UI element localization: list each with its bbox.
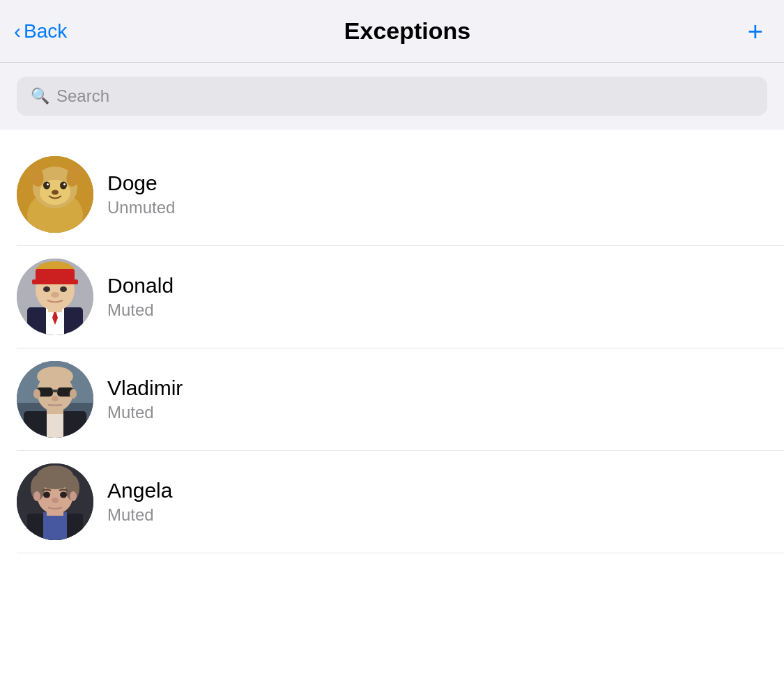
avatar (17, 156, 93, 233)
svg-point-53 (52, 498, 59, 503)
avatar-image (17, 361, 93, 438)
item-info: Angela Muted (107, 479, 172, 525)
svg-point-10 (52, 190, 59, 195)
search-icon: 🔍 (31, 87, 49, 105)
svg-point-51 (43, 492, 50, 498)
item-info: Vladimir Muted (107, 376, 183, 422)
svg-point-21 (51, 292, 59, 298)
page-title: Exceptions (344, 17, 470, 45)
svg-point-37 (33, 389, 40, 399)
search-placeholder: Search (56, 86, 109, 106)
svg-point-52 (60, 492, 67, 498)
svg-rect-23 (32, 279, 78, 284)
svg-point-39 (52, 396, 59, 401)
item-name: Doge (107, 171, 175, 195)
svg-point-20 (60, 286, 67, 292)
avatar-image (17, 259, 93, 335)
list-item[interactable]: Vladimir Muted (17, 348, 784, 451)
avatar (17, 259, 93, 335)
item-name: Donald (107, 274, 174, 298)
back-chevron-icon: ‹ (14, 21, 21, 42)
back-button[interactable]: ‹ Back (14, 20, 67, 43)
item-status: Muted (107, 505, 172, 525)
list-item[interactable]: Angela Muted (17, 451, 784, 553)
item-info: Donald Muted (107, 274, 174, 320)
list-item[interactable]: Doge Unmuted (17, 144, 784, 246)
svg-point-19 (43, 286, 50, 292)
svg-point-7 (47, 183, 49, 185)
svg-point-9 (63, 183, 66, 185)
svg-rect-24 (40, 272, 70, 279)
contacts-list: Doge Unmuted (0, 144, 784, 553)
svg-rect-43 (43, 512, 67, 540)
svg-point-49 (33, 491, 40, 501)
avatar-image (17, 156, 93, 233)
search-bar[interactable]: 🔍 Search (17, 77, 767, 116)
avatar (17, 463, 93, 540)
item-info: Doge Unmuted (107, 171, 175, 217)
item-name: Angela (107, 479, 172, 502)
list-item[interactable]: Donald Muted (17, 246, 784, 348)
item-status: Unmuted (107, 198, 175, 217)
svg-point-36 (37, 367, 73, 386)
back-label: Back (24, 20, 67, 43)
svg-point-38 (70, 389, 77, 399)
svg-point-8 (60, 182, 67, 190)
item-name: Vladimir (107, 376, 183, 400)
item-status: Muted (107, 403, 183, 422)
header: ‹ Back Exceptions + (0, 0, 784, 63)
avatar (17, 361, 93, 438)
add-button[interactable]: + (748, 18, 763, 45)
item-status: Muted (107, 300, 174, 320)
svg-point-6 (43, 182, 50, 190)
svg-point-50 (70, 491, 77, 501)
avatar-image (17, 463, 93, 540)
svg-rect-33 (52, 390, 58, 392)
search-container: 🔍 Search (0, 63, 784, 130)
